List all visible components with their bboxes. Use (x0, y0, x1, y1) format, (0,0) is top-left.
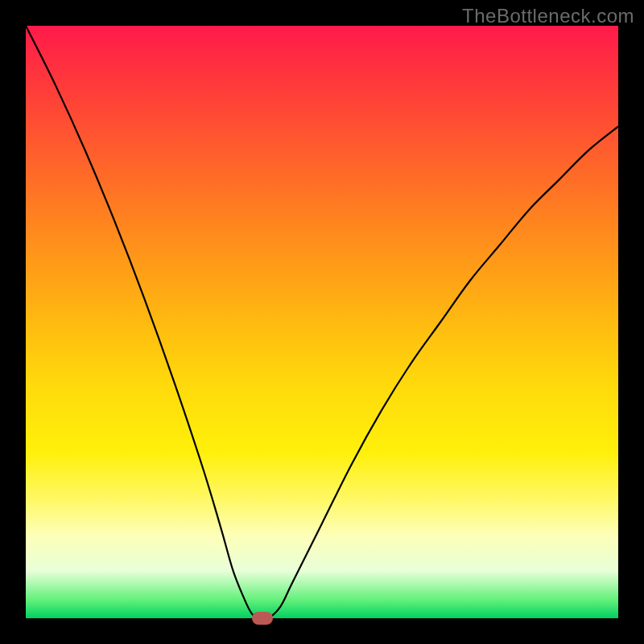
curve-svg (26, 26, 618, 618)
watermark-text: TheBottleneck.com (462, 5, 634, 27)
bottleneck-curve (26, 26, 618, 618)
optimal-point-marker (252, 612, 273, 625)
plot-area (26, 26, 618, 618)
chart-frame: TheBottleneck.com (0, 0, 644, 644)
